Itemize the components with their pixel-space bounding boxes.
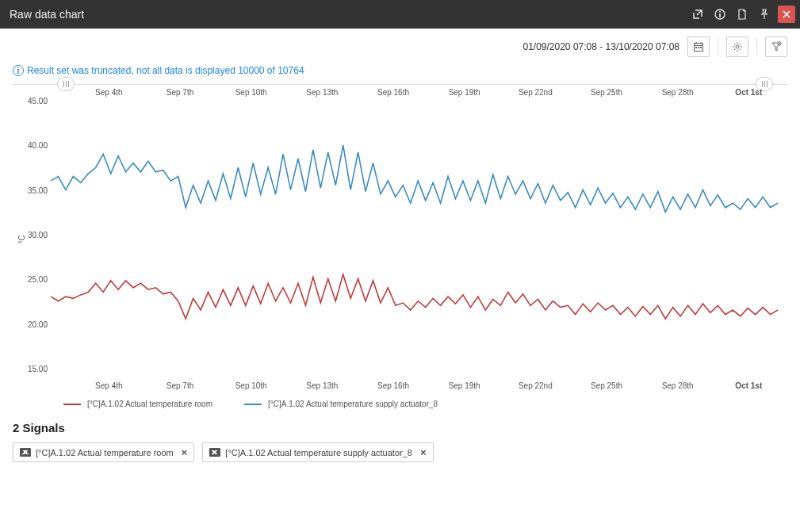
signal-icon [209, 448, 220, 457]
x-tick-label: Sep 13th [306, 88, 338, 97]
close-icon[interactable] [778, 6, 795, 23]
svg-rect-6 [700, 47, 702, 48]
legend-swatch [244, 404, 262, 405]
svg-point-7 [736, 45, 739, 48]
svg-rect-5 [698, 47, 699, 48]
signal-chip-label: [°C]A.1.02 Actual temperature supply act… [225, 448, 412, 457]
signal-chip[interactable]: [°C]A.1.02 Actual temperature room× [13, 442, 194, 462]
x-tick-label: Oct 1st [735, 381, 762, 390]
series-line [51, 145, 778, 212]
legend-item[interactable]: [°C]A.1.02 Actual temperature supply act… [244, 400, 438, 408]
signal-chip-label: [°C]A.1.02 Actual temperature room [36, 448, 174, 457]
date-range-label: 01/09/2020 07:08 - 13/10/2020 07:08 [522, 41, 679, 52]
x-tick-label: Sep 7th [167, 381, 193, 390]
range-handle-left[interactable] [57, 77, 75, 91]
info-icon[interactable] [711, 6, 729, 23]
x-tick-label: Sep 19th [449, 88, 480, 97]
header-bar: Raw data chart [0, 0, 800, 29]
y-tick-label: 30.00 [24, 231, 48, 239]
page-title: Raw data chart [10, 8, 689, 21]
x-tick-label: Sep 4th [95, 381, 122, 390]
x-tick-label: Sep 16th [377, 381, 409, 390]
x-tick-label: Sep 25th [591, 381, 622, 390]
chart: °C 15.0020.0025.0030.0035.0040.0045.00Se… [13, 84, 787, 393]
x-tick-label: Sep 16th [377, 88, 409, 97]
svg-rect-4 [695, 47, 697, 48]
x-tick-label: Sep 13th [306, 381, 338, 390]
series-line [51, 274, 778, 319]
x-tick-label: Sep 10th [235, 381, 267, 390]
signal-chips: [°C]A.1.02 Actual temperature room×[°C]A… [13, 442, 787, 462]
signal-icon [20, 448, 31, 457]
y-tick-label: 45.00 [24, 97, 48, 105]
filter-button[interactable] [765, 36, 787, 57]
x-tick-label: Sep 28th [662, 88, 694, 97]
svg-rect-2 [719, 13, 721, 17]
legend: [°C]A.1.02 Actual temperature room[°C]A.… [0, 400, 800, 408]
chip-remove-icon[interactable]: × [417, 446, 427, 458]
toolbar-separator [756, 38, 757, 55]
pin-icon[interactable] [756, 6, 773, 23]
x-tick-label: Sep 7th [167, 88, 193, 97]
legend-label: [°C]A.1.02 Actual temperature room [87, 400, 212, 408]
plot-area[interactable] [51, 101, 778, 368]
chip-remove-icon[interactable]: × [178, 446, 188, 458]
y-tick-label: 35.00 [24, 186, 48, 194]
legend-item[interactable]: [°C]A.1.02 Actual temperature room [63, 400, 212, 408]
warning-text: Result set was truncated, not all data i… [27, 65, 304, 76]
x-tick-label: Sep 28th [662, 381, 694, 390]
legend-swatch [63, 404, 81, 405]
x-tick-label: Sep 10th [235, 88, 267, 97]
toolbar: 01/09/2020 07:08 - 13/10/2020 07:08 [0, 29, 800, 62]
y-tick-label: 15.00 [24, 365, 48, 373]
header-actions [689, 6, 795, 23]
signal-chip[interactable]: [°C]A.1.02 Actual temperature supply act… [202, 442, 433, 462]
x-tick-label: Sep 25th [591, 88, 622, 97]
svg-point-1 [719, 11, 721, 13]
x-tick-label: Sep 19th [449, 381, 480, 390]
x-tick-label: Sep 22nd [519, 88, 553, 97]
y-tick-label: 40.00 [24, 141, 48, 150]
signals-section: 2 Signals [°C]A.1.02 Actual temperature … [0, 408, 800, 481]
signals-title: 2 Signals [13, 421, 787, 434]
x-tick-label: Sep 22nd [519, 381, 553, 390]
popout-icon[interactable] [689, 6, 706, 23]
x-tick-label: Sep 4th [95, 88, 122, 97]
y-tick-label: 25.00 [24, 275, 48, 284]
settings-button[interactable] [726, 36, 748, 57]
pdf-icon[interactable] [733, 6, 751, 23]
warning-message: i Result set was truncated, not all data… [0, 62, 800, 84]
info-circle-icon: i [13, 65, 24, 76]
y-tick-label: 20.00 [24, 320, 48, 328]
x-tick-label: Oct 1st [735, 88, 762, 97]
legend-label: [°C]A.1.02 Actual temperature supply act… [268, 400, 438, 408]
toolbar-separator [718, 38, 718, 55]
calendar-button[interactable] [687, 36, 710, 57]
